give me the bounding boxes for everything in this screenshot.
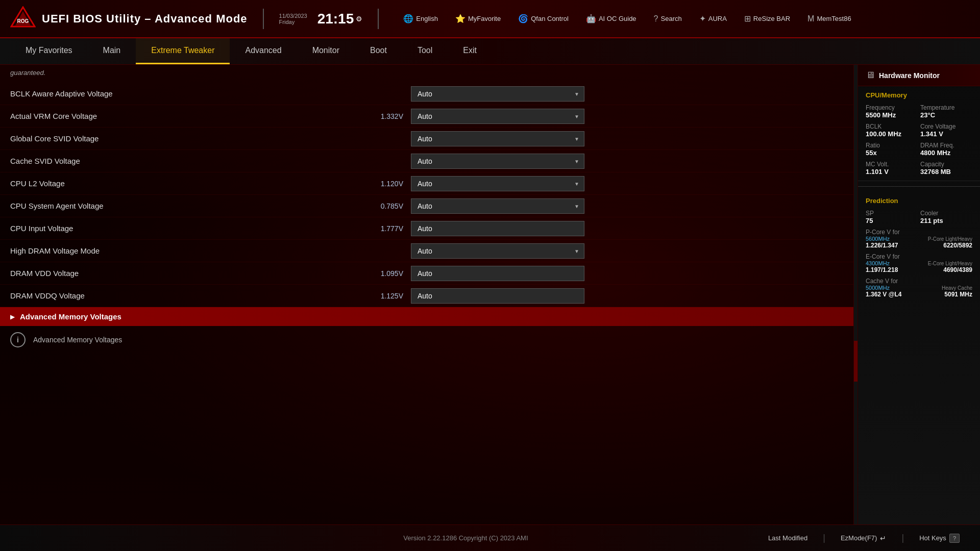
scroll-thumb [854,341,857,382]
sp-value: 75 [866,217,918,224]
footer-actions: Last Modified | EzMode(F7) ↵ | Hot Keys … [763,531,965,545]
menu-main[interactable]: Main [88,38,136,64]
nav-qfan-label: Qfan Control [531,15,569,22]
footer-sep-1: | [823,533,825,543]
datetime: 11/03/2023 Friday [279,13,307,25]
dram-vddq-field[interactable]: Auto [411,288,584,304]
hot-keys-button[interactable]: Hot Keys ? [914,531,965,545]
advanced-memory-voltages-section[interactable]: ▶ Advanced Memory Voltages [0,307,853,326]
info-row: i Advanced Memory Voltages [0,326,853,354]
mc-volt-value: 1.101 V [866,168,918,176]
footer-sep-2: | [901,533,904,543]
dram-freq-label: DRAM Freq. [920,142,972,149]
app-title: UEFI BIOS Utility – Advanced Mode [42,12,248,26]
ecore-volt: 1.197/1.218 [866,266,898,273]
sys-agent-value: 0.785V [368,202,403,210]
capacity-value: 32768 MB [920,168,972,176]
dram-vdd-field-wrapper: Auto [411,266,584,281]
menu-boot[interactable]: Boot [355,38,402,64]
cpu-l2-value: 1.120V [368,180,403,188]
cooler-label: Cooler [920,210,972,217]
nav-aioc-label: AI OC Guide [599,15,636,22]
menu-advanced[interactable]: Advanced [230,38,297,64]
cpu-l2-dropdown[interactable]: Auto [411,176,584,191]
ezmode-button[interactable]: EzMode(F7) ↵ [836,532,892,545]
cache-volt: 1.362 V @L4 [866,291,901,298]
resize-icon: ⊞ [744,14,751,23]
prediction-title: Prediction [866,197,972,205]
nav-search[interactable]: ? Search [650,12,686,26]
footer: Version 2.22.1286 Copyright (C) 2023 AMI… [0,524,980,551]
cooler-value: 211 pts [920,217,972,224]
cache-freq: 5000MHz [866,285,890,291]
ezmode-arrow-icon: ↵ [880,534,886,542]
scrollbar[interactable] [853,65,857,524]
nav-myfavorite[interactable]: ⭐ MyFavorite [451,11,505,26]
nav-resizebar[interactable]: ⊞ ReSize BAR [740,11,794,26]
aura-icon: ✦ [699,14,706,23]
header-divider-2 [378,9,379,29]
prediction-section: Prediction SP 75 Cooler 211 pts P-Core V… [858,192,980,307]
cache-svid-dropdown[interactable]: Auto [411,154,584,169]
hot-keys-icon: ? [949,534,960,543]
last-modified-button[interactable]: Last Modified [763,532,813,544]
menu-tool[interactable]: Tool [402,38,448,64]
freq-value: 5500 MHz [866,111,918,119]
hw-monitor-title: Hardware Monitor [879,71,940,80]
dram-vdd-field[interactable]: Auto [411,266,584,281]
temp-label: Temperature [920,104,972,111]
vrm-dropdown-wrapper: Auto [411,109,584,124]
ai-icon: 🤖 [586,14,596,23]
bclk-dropdown[interactable]: Auto [411,86,584,102]
fan-icon: 🌀 [518,14,528,23]
sp-label: SP [866,210,918,217]
menu-monitor[interactable]: Monitor [297,38,355,64]
cpu-memory-title: CPU/Memory [866,91,972,99]
nav-aioc[interactable]: 🤖 AI OC Guide [582,11,641,26]
pcore-freq: 5600MHz [866,236,890,242]
mc-volt-label: MC Volt. [866,161,918,168]
vrm-value: 1.332V [368,112,403,120]
high-dram-dropdown[interactable]: Auto [411,243,584,259]
ecore-freq: 4300MHz [866,260,890,266]
settings-panel: guaranteed. BCLK Aware Adaptive Voltage … [0,65,853,524]
cpu-memory-section: CPU/Memory Frequency 5500 MHz Temperatur… [858,86,980,181]
setting-row-global-svid: Global Core SVID Voltage Auto [0,128,853,150]
menu-bar: My Favorites Main Extreme Tweaker Advanc… [0,38,980,65]
dram-vddq-field-wrapper: Auto [411,288,584,304]
menu-extreme-tweaker[interactable]: Extreme Tweaker [136,38,230,64]
capacity-label: Capacity [920,161,972,168]
nav-memtest[interactable]: M MemTest86 [803,12,855,26]
menu-exit[interactable]: Exit [448,38,492,64]
global-svid-dropdown[interactable]: Auto [411,131,584,146]
nav-aura[interactable]: ✦ AURA [695,11,731,26]
nav-qfan[interactable]: 🌀 Qfan Control [514,11,573,26]
dram-vdd-label: DRAM VDD Voltage [10,269,368,278]
footer-version: Version 2.22.1286 Copyright (C) 2023 AMI [168,534,763,542]
settings-gear-icon[interactable]: ⚙ [356,15,362,23]
logo-area: ROG UEFI BIOS Utility – Advanced Mode [10,6,248,32]
nav-memtest-label: MemTest86 [817,15,851,22]
nav-english-label: English [416,15,438,22]
main-layout: guaranteed. BCLK Aware Adaptive Voltage … [0,65,980,524]
cache-heavy-label: Heavy Cache [942,285,972,291]
cache-svid-dropdown-wrapper: Auto [411,154,584,169]
vrm-dropdown[interactable]: Auto [411,109,584,124]
core-volt-label: Core Voltage [920,123,972,130]
day-label: Friday [279,19,307,25]
sys-agent-dropdown[interactable]: Auto [411,198,584,214]
ecore-lh-value: 4690/4389 [943,266,972,273]
cache-for-label: Cache V for [866,278,972,285]
info-icon: i [10,332,26,347]
setting-row-cache-svid: Cache SVID Voltage Auto [0,150,853,172]
temp-value: 23°C [920,111,972,119]
bclk-hw-value: 100.00 MHz [866,130,918,138]
menu-favorites[interactable]: My Favorites [10,38,88,64]
bclk-dropdown-wrapper: Auto [411,86,584,102]
nav-english[interactable]: 🌐 English [399,11,442,26]
setting-row-cpu-input: CPU Input Voltage 1.777V Auto [0,217,853,240]
dram-vdd-value: 1.095V [368,269,403,278]
cpu-input-field[interactable]: Auto [411,221,584,236]
sys-agent-dropdown-wrapper: Auto [411,198,584,214]
pcore-volt: 1.226/1.347 [866,242,898,249]
